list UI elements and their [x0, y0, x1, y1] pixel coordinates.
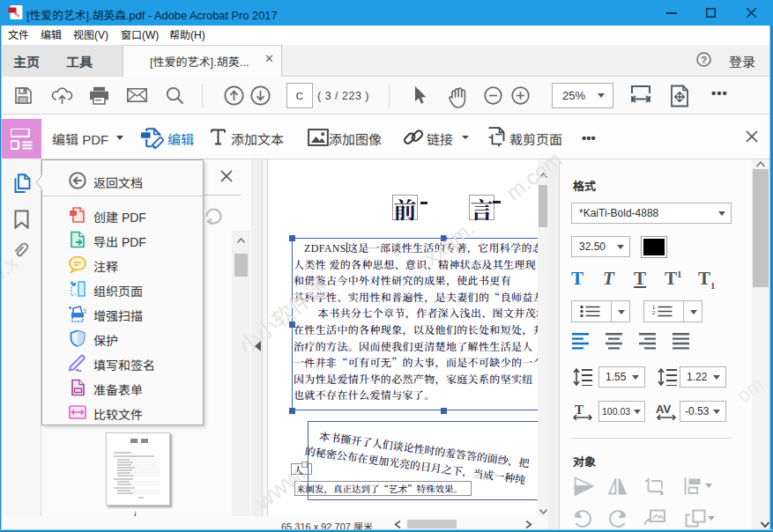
svg-text:?: ?	[701, 55, 707, 65]
svg-text:1: 1	[652, 305, 656, 310]
svg-text:2: 2	[652, 310, 656, 315]
svg-text:AV: AV	[656, 403, 671, 416]
